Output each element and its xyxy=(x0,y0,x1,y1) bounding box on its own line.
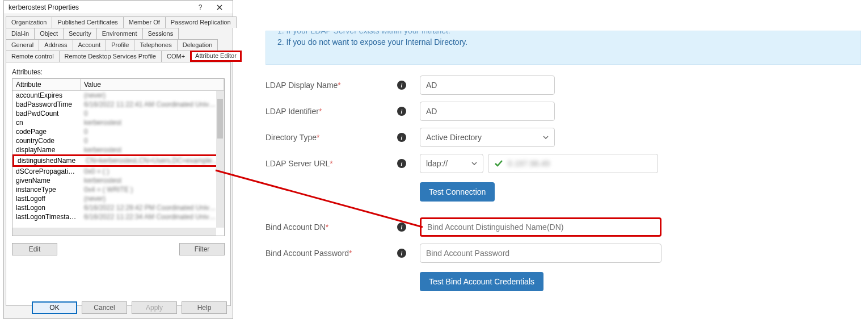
listview-header: Attribute Value xyxy=(12,79,224,91)
table-row[interactable]: givenNamekerberostest xyxy=(12,176,224,185)
tab-security[interactable]: Security xyxy=(63,28,96,39)
directory-type-value: Active Directory xyxy=(426,133,482,142)
attributes-label: Attributes: xyxy=(12,68,225,76)
directory-type-select[interactable]: Active Directory xyxy=(420,128,555,147)
tab-account[interactable]: Account xyxy=(73,39,106,51)
apply-button[interactable]: Apply xyxy=(132,301,177,314)
attr-value: 0 xyxy=(81,109,224,118)
table-row[interactable]: lastLogonTimestamp6/16/2022 11:22:34 AM … xyxy=(12,212,224,221)
tab-remote-desktop-services-profile[interactable]: Remote Desktop Services Profile xyxy=(59,51,161,62)
label-bind-password: Bind Account Password* xyxy=(266,249,397,258)
info-icon[interactable]: i xyxy=(397,159,406,168)
column-attribute[interactable]: Attribute xyxy=(12,79,81,90)
help-dialog-button[interactable]: Help xyxy=(182,301,227,314)
attr-name: givenName xyxy=(12,176,81,185)
tab-organization[interactable]: Organization xyxy=(6,16,52,28)
table-row[interactable]: instanceType0x4 = ( WRITE ) xyxy=(12,185,224,194)
info-icon[interactable]: i xyxy=(397,249,406,258)
ldap-identifier-input[interactable] xyxy=(420,102,555,121)
tab-address[interactable]: Address xyxy=(39,39,72,51)
chevron-down-icon xyxy=(471,159,477,168)
table-row[interactable]: displayNamekerberostest xyxy=(12,145,224,154)
tab-object[interactable]: Object xyxy=(34,28,63,39)
attr-name: badPwdCount xyxy=(12,109,81,118)
table-row[interactable]: distinguishedNameCN=kerberostest,CN=User… xyxy=(12,154,224,167)
info-icon[interactable]: i xyxy=(397,81,406,90)
tab-telephones[interactable]: Telephones xyxy=(134,39,176,51)
tab-member-of[interactable]: Member Of xyxy=(123,16,165,28)
attr-name: displayName xyxy=(12,145,81,154)
ldap-display-name-input[interactable] xyxy=(420,75,555,95)
chevron-down-icon xyxy=(543,133,549,142)
listview-rows: accountExpires(never)badPasswordTime6/16… xyxy=(12,91,224,236)
tab-published-certificates[interactable]: Published Certificates xyxy=(52,16,123,28)
tab-sessions[interactable]: Sessions xyxy=(142,28,179,39)
attr-value: 0 xyxy=(81,127,224,136)
filter-button[interactable]: Filter xyxy=(179,243,225,255)
horizontal-scrollbar[interactable] xyxy=(12,228,216,236)
attr-value: 6/16/2022 12:29:42 PM Coordinated Univ… xyxy=(81,203,224,212)
tab-profile[interactable]: Profile xyxy=(106,39,134,51)
edit-button[interactable]: Edit xyxy=(12,243,57,255)
bind-account-password-input[interactable] xyxy=(420,244,661,263)
tab-attribute-editor[interactable]: Attribute Editor xyxy=(190,51,242,62)
table-row[interactable]: badPasswordTime6/16/2022 11:22:41 AM Coo… xyxy=(12,100,224,109)
cancel-button[interactable]: Cancel xyxy=(82,301,127,314)
close-button[interactable] xyxy=(210,1,229,14)
tab-environment[interactable]: Environment xyxy=(96,28,142,39)
attr-value: 6/16/2022 11:22:34 AM Coordinated Univ… xyxy=(81,212,224,221)
ldap-server-url-input[interactable]: 0.197.98.49 xyxy=(488,154,658,173)
attr-name: instanceType xyxy=(12,185,81,194)
help-button[interactable]: ? xyxy=(191,1,210,14)
table-row[interactable]: codePage0 xyxy=(12,127,224,136)
tab-password-replication[interactable]: Password Replication xyxy=(165,16,237,28)
tab-delegation[interactable]: Delegation xyxy=(177,39,218,51)
tab-com-plus[interactable]: COM+ xyxy=(161,51,190,62)
window-title: kerberostest Properties xyxy=(9,3,191,11)
table-row[interactable]: lastLogon6/16/2022 12:29:42 PM Coordinat… xyxy=(12,203,224,212)
attr-value: kerberostest xyxy=(81,176,224,185)
label-bind-dn: Bind Account DN* xyxy=(266,223,397,232)
dialog-buttons: OK Cancel Apply Help xyxy=(10,301,227,314)
tab-remote-control[interactable]: Remote control xyxy=(6,51,59,62)
info-icon[interactable]: i xyxy=(397,223,406,232)
table-row[interactable]: dSCorePropagationD...0x0 = ( ) xyxy=(12,167,224,176)
info-icon[interactable]: i xyxy=(397,133,406,142)
bind-account-dn-input[interactable] xyxy=(420,217,661,237)
info-icon[interactable]: i xyxy=(397,107,406,116)
info-alert: 1. If your LDAP Server exists within you… xyxy=(266,31,861,65)
table-row[interactable]: lastLogoff(never) xyxy=(12,194,224,203)
ldap-server-url-value: 0.197.98.49 xyxy=(508,159,550,168)
table-row[interactable]: countryCode0 xyxy=(12,136,224,145)
ok-button[interactable]: OK xyxy=(32,301,77,314)
attr-value: kerberostest xyxy=(81,118,224,127)
table-row[interactable]: badPwdCount0 xyxy=(12,109,224,118)
attr-name: lastLogon xyxy=(12,203,81,212)
attributes-listview[interactable]: Attribute Value accountExpires(never)bad… xyxy=(12,78,225,236)
tab-dial-in[interactable]: Dial-in xyxy=(6,28,34,39)
vertical-scrollbar[interactable] xyxy=(216,91,224,228)
ldap-scheme-value: ldap:// xyxy=(426,159,448,168)
tab-strip: Organization Published Certificates Memb… xyxy=(4,14,233,62)
test-bind-credentials-button[interactable]: Test Bind Account Credentials xyxy=(420,272,543,291)
ldap-scheme-select[interactable]: ldap:// xyxy=(420,154,483,173)
test-connection-button[interactable]: Test Connection xyxy=(420,182,495,202)
ldap-config-pane: 1. If your LDAP Server exists within you… xyxy=(244,0,868,323)
alert-line-1: 1. If your LDAP Server exists within you… xyxy=(277,31,849,37)
attr-value: 0x4 = ( WRITE ) xyxy=(81,185,224,194)
titlebar: kerberostest Properties ? xyxy=(4,1,233,14)
attr-value: (never) xyxy=(81,194,224,203)
properties-dialog: kerberostest Properties ? Organization P… xyxy=(3,0,233,319)
tab-general[interactable]: General xyxy=(6,39,39,51)
attr-name: badPasswordTime xyxy=(12,100,81,109)
check-icon xyxy=(494,159,503,168)
attr-value: 0x0 = ( ) xyxy=(81,167,224,176)
table-row[interactable]: cnkerberostest xyxy=(12,118,224,127)
attr-name: cn xyxy=(12,118,81,127)
attr-value: 0 xyxy=(81,136,224,145)
column-value[interactable]: Value xyxy=(81,79,224,90)
table-row[interactable]: accountExpires(never) xyxy=(12,91,224,100)
attr-value: 6/16/2022 11:22:41 AM Coordinated Univ… xyxy=(81,100,224,109)
label-display-name: LDAP Display Name* xyxy=(266,81,397,90)
attr-name: distinguishedName xyxy=(14,156,82,165)
